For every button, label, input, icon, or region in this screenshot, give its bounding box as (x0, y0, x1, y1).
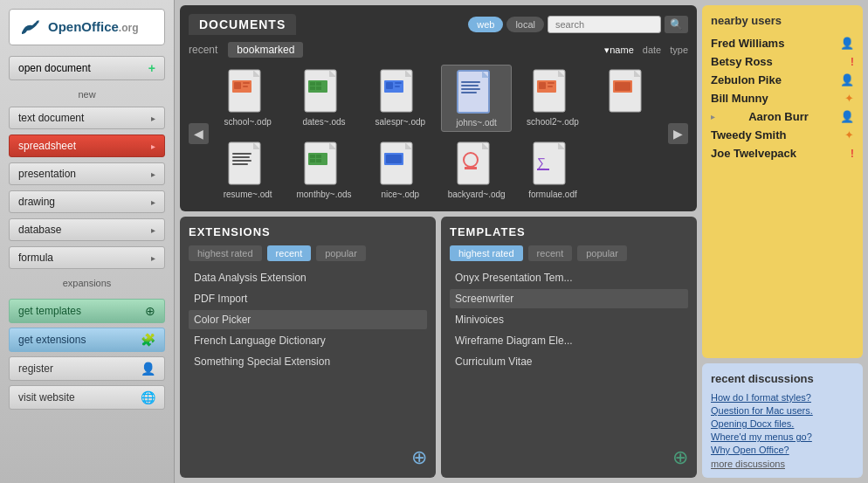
file-icon-odt2 (227, 141, 269, 186)
expansion-buttons: get templates ⊕ get extensions 🧩 registe… (9, 299, 165, 410)
list-item[interactable]: Screenwriter (450, 289, 688, 308)
file-label: nice~.odp (382, 190, 420, 199)
svg-rect-40 (232, 160, 251, 162)
user-name: Joe Twelvepack (711, 147, 796, 160)
bottom-row: EXTENSIONS highest rated recent popular … (180, 217, 697, 478)
prev-arrow-button[interactable]: ◀ (189, 123, 209, 144)
list-item[interactable]: Wireframe Diagram Ele... (450, 331, 688, 350)
user-row[interactable]: Zebulon Pike 👤 (711, 71, 854, 89)
ext-highest-rated-tab[interactable]: highest rated (189, 245, 262, 261)
discussion-link[interactable]: How do I format styles? (711, 392, 854, 403)
svg-rect-30 (548, 82, 555, 84)
local-tab[interactable]: local (506, 17, 544, 32)
list-item[interactable]: Curriculum Vitae (450, 352, 688, 371)
file-item[interactable]: monthby~.ods (288, 137, 359, 203)
user-row[interactable]: Bill Munny ✦ (711, 89, 854, 107)
file-item[interactable]: ∑ formulae.odf (517, 137, 588, 203)
documents-panel: DOCUMENTS web local 🔍 recent bookmarked … (180, 5, 697, 211)
user-row[interactable]: Betsy Ross ! (711, 52, 854, 71)
docs-navigation: recent bookmarked ▾name date type (189, 42, 688, 58)
list-item[interactable]: Data Analysis Extension (189, 268, 427, 287)
file-item[interactable]: backyard~.odg (441, 137, 512, 203)
tmpl-highest-rated-tab[interactable]: highest rated (450, 245, 523, 261)
get-templates-button[interactable]: get templates ⊕ (9, 299, 165, 323)
discussion-link[interactable]: Where'd my menus go? (711, 431, 854, 442)
visit-website-button[interactable]: visit website 🌐 (9, 385, 165, 410)
svg-rect-31 (548, 86, 553, 87)
sort-type[interactable]: type (670, 45, 688, 56)
files-grid: school~.odp dates~. (212, 65, 665, 203)
discussions-title: recent discussions (711, 372, 854, 385)
right-sidebar: nearby users Fred Williams 👤 Betsy Ross … (702, 0, 868, 483)
svg-rect-22 (461, 81, 480, 83)
next-arrow-button[interactable]: ▶ (668, 123, 688, 144)
file-icon-odp3 (532, 68, 574, 114)
get-extensions-button[interactable]: get extensions 🧩 (9, 328, 165, 352)
discussion-link[interactable]: Why Open Office? (711, 445, 854, 455)
sort-name[interactable]: ▾name (604, 45, 634, 56)
search-input[interactable] (548, 16, 661, 33)
file-item[interactable]: salespr~.odp (365, 65, 436, 132)
svg-rect-13 (316, 86, 321, 90)
file-icon-odg (456, 141, 498, 186)
presentation-button[interactable]: presentation ▸ (9, 162, 165, 185)
recent-tab[interactable]: recent (189, 44, 217, 56)
search-button[interactable]: 🔍 (665, 16, 688, 33)
ext-recent-tab[interactable]: recent (267, 245, 312, 261)
text-document-button[interactable]: text document ▸ (9, 107, 165, 129)
file-label: school~.odp (224, 117, 272, 127)
file-item[interactable]: resume~.odt (212, 137, 283, 203)
arrow-icon: ▸ (151, 169, 155, 179)
list-item[interactable]: Minivoices (450, 310, 688, 329)
file-item[interactable]: dates~.ods (288, 65, 359, 132)
list-item[interactable]: Color Picker (189, 310, 427, 329)
web-tab[interactable]: web (468, 17, 503, 32)
user-row[interactable]: Fred Williams 👤 (711, 34, 854, 52)
user-badge-person: 👤 (840, 73, 854, 86)
formula-button[interactable]: formula ▸ (9, 246, 165, 269)
more-discussions-link[interactable]: more discussions (711, 459, 854, 469)
spreadsheet-button[interactable]: spreadsheet ▸ (9, 135, 165, 157)
person-icon: 👤 (141, 362, 155, 376)
list-item[interactable]: Something Special Extension (189, 352, 427, 371)
file-item[interactable]: johns~.odt (441, 65, 512, 132)
database-button[interactable]: database ▸ (9, 218, 165, 241)
bookmarked-tab[interactable]: bookmarked (228, 42, 303, 58)
svg-rect-11 (316, 82, 321, 86)
user-badge-exclaim: ! (851, 147, 854, 160)
list-item[interactable]: French Language Dictionary (189, 331, 427, 350)
file-item[interactable]: school~.odp (212, 65, 283, 132)
user-row[interactable]: Tweedy Smith ✦ (711, 126, 854, 144)
arrow-icon: ▸ (151, 253, 155, 263)
tmpl-recent-tab[interactable]: recent (528, 245, 573, 261)
open-document-button[interactable]: open document + (9, 56, 165, 80)
file-icon-odp4 (608, 68, 650, 114)
file-item[interactable]: nice~.odp (365, 137, 436, 203)
svg-rect-56 (465, 167, 477, 169)
list-item[interactable]: Onyx Presentation Tem... (450, 268, 688, 287)
add-template-icon[interactable]: ⊕ (672, 446, 688, 469)
ext-popular-tab[interactable]: popular (316, 245, 366, 261)
tmpl-popular-tab[interactable]: popular (577, 245, 627, 261)
user-row[interactable]: ▸ Aaron Burr 👤 (711, 107, 854, 126)
user-row[interactable]: Joe Twelvepack ! (711, 144, 854, 162)
templates-panel: TEMPLATES highest rated recent popular O… (441, 217, 697, 478)
file-label: backyard~.odg (448, 190, 506, 199)
arrow-icon: ▸ (151, 114, 155, 123)
register-button[interactable]: register 👤 (9, 356, 165, 381)
svg-rect-60 (537, 169, 549, 170)
drawing-button[interactable]: drawing ▸ (9, 190, 165, 213)
sort-date[interactable]: date (643, 45, 661, 56)
file-item[interactable] (594, 65, 665, 132)
add-extension-icon[interactable]: ⊕ (411, 446, 427, 469)
list-item[interactable]: PDF Import (189, 289, 427, 308)
discussion-link[interactable]: Opening Docx files. (711, 418, 854, 429)
extensions-footer: ⊕ (189, 446, 427, 469)
sidebar: OpenOffice.org open document + new text … (0, 0, 175, 483)
logo-area: OpenOffice.org (9, 9, 165, 45)
file-item[interactable]: school2~.odp (517, 65, 588, 132)
new-section-label: new (9, 89, 165, 100)
svg-rect-48 (316, 159, 321, 162)
svg-rect-23 (461, 85, 479, 86)
discussion-link[interactable]: Question for Mac users. (711, 405, 854, 416)
